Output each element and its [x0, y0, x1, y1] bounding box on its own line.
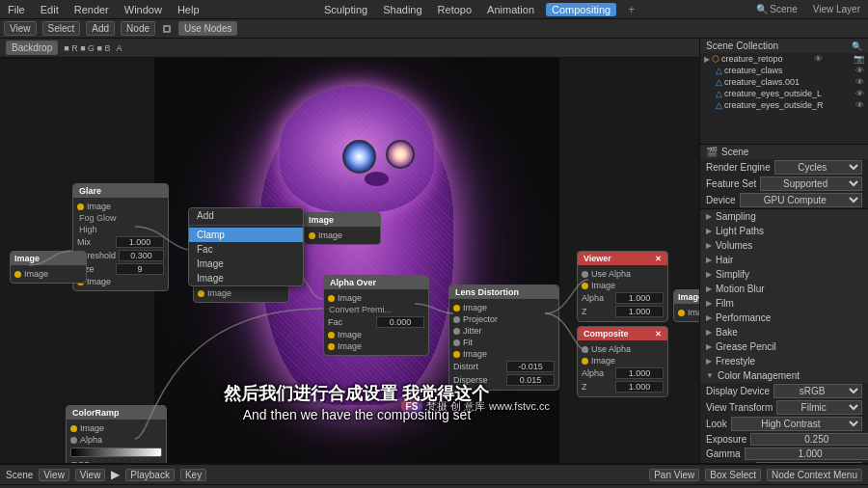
comp-alpha[interactable]: 1.000 [615, 367, 664, 379]
select-menu[interactable]: Select [42, 21, 81, 36]
visibility-eye3[interactable]: 👁 [855, 77, 864, 87]
view-menu[interactable]: View [4, 21, 37, 36]
film-section[interactable]: ▶Film [700, 296, 868, 311]
node-menu[interactable]: Node [121, 21, 155, 36]
workspace-retopo[interactable]: Retopo [434, 4, 475, 15]
image-node-2[interactable]: Image Image [304, 212, 381, 245]
lens-proj [453, 316, 460, 323]
color-ramp-node[interactable]: ColorRamp Image Alpha RGB Ease Fac0.000 [66, 405, 167, 463]
mesh-icon: △ [716, 66, 722, 75]
pan-view-btn[interactable]: Pan View [649, 469, 699, 481]
lens-distortion-node[interactable]: Lens Distortion Image Projector Jitter F… [448, 285, 559, 391]
look-select[interactable]: High Contrast [731, 417, 862, 431]
simplify-section[interactable]: ▶Simplify [700, 267, 868, 282]
ao-premul[interactable]: 0.000 [376, 316, 424, 328]
lens-distort[interactable]: -0.015 [506, 361, 555, 372]
view-transform-row: View Transform Filmic [700, 399, 868, 416]
feature-set-select[interactable]: Supported [760, 176, 862, 191]
render-eye[interactable]: 📷 [854, 54, 864, 64]
img-out [14, 271, 21, 278]
play-button[interactable]: ▶ [111, 468, 120, 481]
glare-thresh-val[interactable]: 0.300 [119, 250, 164, 261]
visibility-eye4[interactable]: 👁 [855, 89, 864, 98]
comp-z[interactable]: 1.000 [615, 381, 664, 393]
render-engine-select[interactable]: Cycles [774, 160, 862, 175]
device-select[interactable]: GPU Compute [740, 193, 862, 207]
scene-label: 🎬 Scene [700, 145, 868, 159]
image-node-3[interactable]: Image Image [673, 289, 699, 322]
alpha-over-node[interactable]: Alpha Over Image Convert Premi... Fac0.0… [323, 275, 429, 356]
motion-blur-section[interactable]: ▶Motion Blur [700, 282, 868, 296]
context-menu[interactable]: Add Clamp Fac Image Image [188, 207, 304, 286]
popup-clamp[interactable]: Clamp [189, 228, 303, 242]
popup-fac[interactable]: Fac [189, 242, 303, 257]
feature-set-label: Feature Set [706, 178, 756, 189]
display-device-select[interactable]: sRGB [773, 384, 862, 398]
sampling-section[interactable]: ▶Sampling [700, 209, 868, 224]
lens-jitter [453, 328, 460, 335]
outliner-item: creature_eyes_outside_L [724, 89, 822, 98]
menu-edit[interactable]: Edit [37, 4, 63, 15]
viewer-z[interactable]: 1.000 [615, 306, 664, 317]
exposure-label: Exposure [706, 434, 746, 445]
view-btn2[interactable]: View [75, 469, 106, 481]
popup-image2[interactable]: Image [189, 271, 303, 285]
color-management-header[interactable]: ▼ Color Management [700, 368, 868, 383]
workspace-sculpting[interactable]: Sculpting [320, 4, 371, 15]
volumes-section[interactable]: ▶Volumes [700, 238, 868, 253]
sequencer-row: Sequencer sRGB [700, 461, 868, 463]
glare-size-val[interactable]: 9 [116, 263, 164, 275]
ao-out [328, 295, 335, 302]
key-btn[interactable]: Key [180, 469, 206, 481]
visibility-eye5[interactable]: 👁 [855, 100, 864, 110]
glare-mix-val[interactable]: 1.000 [116, 236, 164, 248]
look-label: Look [706, 419, 727, 429]
workspace-shading[interactable]: Shading [379, 4, 425, 15]
grease-pencil-section[interactable]: ▶Grease Pencil [700, 339, 868, 354]
outliner-row[interactable]: △ creature_eyes_outside_L 👁 [700, 88, 868, 99]
visibility-eye2[interactable]: 👁 [855, 66, 864, 75]
node-ctx-menu-btn[interactable]: Node Context Menu [767, 469, 862, 481]
img3-header: Image [674, 290, 699, 304]
menu-help[interactable]: Help [174, 4, 203, 15]
view-transform-select[interactable]: Filmic [776, 400, 862, 415]
hair-section[interactable]: ▶Hair [700, 253, 868, 267]
render-section: 🎬 Scene Render Engine Cycles Feature Set… [700, 145, 868, 209]
display-device-label: Display Device [706, 386, 770, 396]
image-input-node[interactable]: Image Image [10, 251, 87, 284]
workspace-compositing[interactable]: Compositing [546, 3, 616, 16]
menu-file[interactable]: File [4, 4, 29, 15]
light-paths-section[interactable]: ▶Light Paths [700, 224, 868, 238]
exposure-input[interactable] [750, 433, 868, 446]
visibility-eye[interactable]: 👁 [814, 54, 823, 64]
popup-image1[interactable]: Image [189, 257, 303, 271]
add-menu[interactable]: Add [86, 21, 115, 36]
freestyle-section[interactable]: ▶Freestyle [700, 354, 868, 368]
glare-node[interactable]: Glare Image Fog Glow High Mix1.000 Thres… [72, 183, 169, 291]
backdrop-btn[interactable]: Backdrop [6, 41, 58, 55]
outliner-row[interactable]: △ creature_eyes_outside_R 👁 [700, 99, 868, 111]
menu-window[interactable]: Window [121, 4, 166, 15]
viewer-node[interactable]: Viewer ✕ Use Alpha Image Alpha1.000 Z1.0… [577, 251, 668, 322]
sequencer-select[interactable]: sRGB [756, 462, 862, 463]
mesh-icon3: △ [716, 89, 722, 98]
box-select-btn[interactable]: Box Select [705, 469, 761, 481]
playback-btn[interactable]: Playback [125, 469, 175, 481]
bake-section[interactable]: ▶Bake [700, 325, 868, 339]
composite-node[interactable]: Composite ✕ Use Alpha Image Alpha1.000 Z… [577, 326, 668, 397]
popup-add[interactable]: Add [189, 208, 303, 223]
viewer-alpha[interactable]: 1.000 [615, 292, 664, 304]
workspace-animation[interactable]: Animation [483, 4, 538, 15]
node-editor[interactable]: Backdrop ■ R ■ G ■ B A [0, 39, 699, 463]
img2-out [309, 232, 315, 239]
outliner-row[interactable]: △ creature_claws.001 👁 [700, 76, 868, 88]
view-btn[interactable]: View [39, 469, 69, 481]
use-nodes-btn[interactable]: Use Nodes [178, 21, 237, 36]
lens-header: Lens Distortion [449, 285, 558, 299]
outliner-row[interactable]: △ creature_claws 👁 [700, 65, 868, 76]
gamma-input[interactable] [745, 447, 868, 460]
outliner-row[interactable]: ▶ ⬡ creature_retopo 👁 📷 [700, 53, 868, 65]
scene-icon: ⬡ [712, 54, 719, 64]
performance-section[interactable]: ▶Performance [700, 311, 868, 325]
menu-render[interactable]: Render [70, 4, 113, 15]
